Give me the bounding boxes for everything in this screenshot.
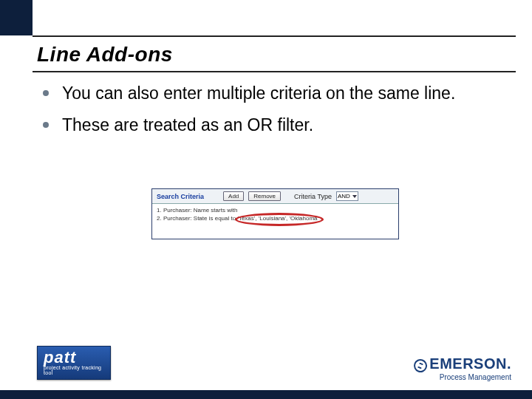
bullet-text: You can also enter multiple criteria on …	[62, 83, 455, 104]
criteria-type-label: Criteria Type	[294, 193, 332, 200]
emerson-name: EMERSON.	[429, 355, 511, 372]
corner-accent	[0, 0, 33, 35]
helix-icon	[412, 357, 429, 374]
chevron-down-icon	[352, 195, 357, 198]
rule-top	[33, 35, 516, 37]
rule-under-title	[33, 71, 516, 72]
bullet-item: These are treated as an OR filter.	[43, 115, 502, 136]
search-criteria-panel: Search Criteria Add Remove Criteria Type…	[151, 188, 399, 239]
panel-title: Search Criteria	[157, 193, 204, 200]
panel-body: 1. Purchaser: Name starts with 2. Purcha…	[152, 204, 398, 239]
emerson-tagline: Process Management	[414, 373, 511, 381]
patt-wordmark: patt	[44, 350, 76, 365]
bullet-item: You can also enter multiple criteria on …	[43, 83, 502, 104]
page-title: Line Add-ons	[37, 43, 173, 66]
bullet-icon	[43, 90, 49, 96]
emerson-wordmark: EMERSON.	[414, 355, 511, 372]
patt-tagline: project activity tracking tool	[44, 365, 110, 375]
add-button[interactable]: Add	[223, 191, 244, 201]
patt-logo: patt project activity tracking tool	[37, 346, 111, 380]
remove-button[interactable]: Remove	[248, 191, 281, 201]
panel-header: Search Criteria Add Remove Criteria Type…	[152, 189, 398, 204]
criteria-line: 2. Purchaser: State is equal to 'Texas',…	[157, 214, 394, 222]
criteria-type-value: AND	[338, 193, 350, 200]
criteria-line: 1. Purchaser: Name starts with	[157, 206, 394, 214]
footer-strip	[0, 390, 532, 399]
emerson-logo: EMERSON. Process Management	[414, 355, 511, 381]
body-content: You can also enter multiple criteria on …	[43, 83, 502, 146]
criteria-type-select[interactable]: AND	[336, 191, 358, 201]
bullet-icon	[43, 122, 49, 128]
bullet-text: These are treated as an OR filter.	[62, 115, 313, 136]
